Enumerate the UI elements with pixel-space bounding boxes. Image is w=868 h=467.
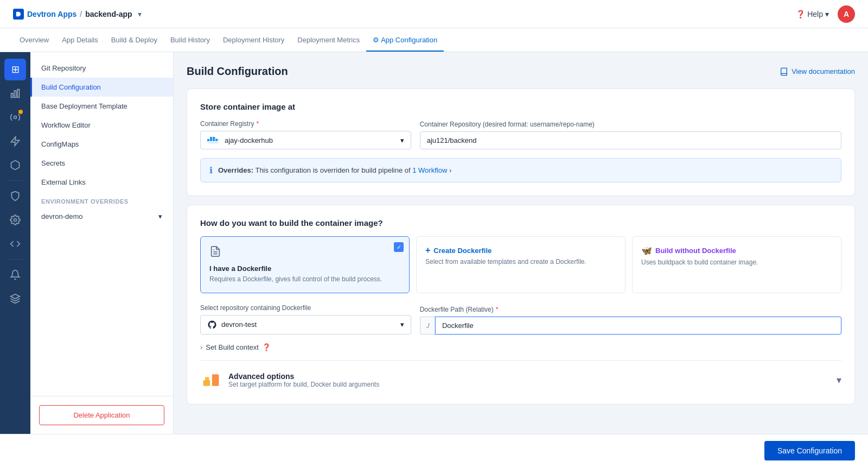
sidebar-env-item[interactable]: devron-demo ▾ — [30, 207, 173, 226]
breadcrumb: Devtron Apps / backend-app ▾ — [13, 9, 142, 20]
tab-deployment-history[interactable]: Deployment History — [216, 36, 291, 52]
store-container-card: Store container image at Container Regis… — [187, 89, 855, 196]
registry-select[interactable]: ajay-dockerhub ▾ — [200, 131, 411, 149]
notification-dot — [18, 110, 23, 114]
sidebar-item-configmaps[interactable]: ConfigMaps — [30, 135, 173, 154]
content-area: Build Configuration View documentation S… — [174, 52, 868, 434]
advanced-options-icon — [200, 369, 222, 391]
book-icon — [780, 67, 788, 76]
chart-icon[interactable] — [4, 83, 26, 104]
tab-overview[interactable]: Overview — [13, 36, 55, 52]
stack-icon[interactable] — [4, 288, 26, 310]
save-bar: Save Configuration — [0, 434, 868, 467]
selected-check-icon: ✓ — [394, 242, 404, 252]
svg-rect-2 — [14, 91, 16, 98]
nav-tabs: Overview App Details Build & Deploy Buil… — [0, 28, 868, 52]
breadcrumb-dropdown-icon[interactable]: ▾ — [138, 10, 142, 18]
sidebar-menu: Git Repository Build Configuration Base … — [30, 52, 173, 396]
help-chevron-icon: ▾ — [825, 10, 829, 18]
icon-bar: ⊞ — [0, 52, 30, 434]
svg-rect-9 — [210, 139, 212, 141]
dockerfile-repo-dropdown-icon: ▾ — [400, 320, 404, 329]
dockerfile-option-title: I have a Dockerfile — [209, 264, 400, 273]
repo-group: Container Repository (desired format: us… — [420, 121, 841, 149]
advanced-graphic-icon — [201, 370, 221, 390]
question-circle-icon: ❓ — [262, 343, 271, 351]
dockerfile-repo-select[interactable]: devron-test ▾ — [200, 315, 411, 335]
header-right: ❓ Help ▾ A — [796, 5, 855, 23]
dockerfile-path-group: Dockerfile Path (Relative) * ./ — [420, 306, 841, 335]
top-header: Devtron Apps / backend-app ▾ ❓ Help ▾ A — [0, 0, 868, 28]
sidebar-item-build-configuration[interactable]: Build Configuration — [30, 78, 173, 97]
tab-build-history[interactable]: Build History — [164, 36, 216, 52]
repo-input[interactable] — [420, 131, 841, 149]
build-context-label: Set Build context — [206, 343, 259, 351]
registry-label: Container Registry * — [200, 120, 411, 128]
view-documentation-link[interactable]: View documentation — [780, 67, 855, 76]
sidebar-item-secrets[interactable]: Secrets — [30, 154, 173, 173]
env-icon[interactable] — [4, 106, 26, 128]
path-prefix: ./ — [420, 317, 435, 335]
env-overrides-label: ENVIRONMENT OVERRIDES — [30, 192, 173, 207]
security-icon[interactable] — [4, 185, 26, 207]
buildpack-title: 🦋 Build without Dockerfile — [641, 245, 832, 256]
page-title: Build Configuration — [187, 65, 288, 78]
save-configuration-button[interactable]: Save Configuration — [764, 441, 855, 460]
ci-icon[interactable] — [4, 130, 26, 152]
sidebar-bottom: Delete Application — [30, 396, 173, 434]
sidebar-item-external-links[interactable]: External Links — [30, 173, 173, 192]
svg-rect-10 — [213, 139, 215, 141]
build-option-buildpack[interactable]: 🦋 Build without Dockerfile Uses buildpac… — [632, 236, 841, 293]
dockerfile-icon — [209, 245, 400, 260]
svg-rect-17 — [212, 374, 219, 386]
page-title-row: Build Configuration View documentation — [187, 65, 855, 78]
avatar[interactable]: A — [838, 5, 855, 23]
svg-rect-18 — [205, 377, 209, 380]
chevron-right-icon: › — [200, 343, 202, 351]
delete-application-button[interactable]: Delete Application — [39, 405, 164, 425]
code-icon[interactable] — [4, 233, 26, 255]
gear-icon: ⚙ — [373, 36, 379, 44]
svg-rect-1 — [11, 93, 13, 98]
sidebar: Git Repository Build Configuration Base … — [30, 52, 174, 434]
dockerfile-repo-label: Select repository containing Dockerfile — [200, 304, 411, 312]
create-dockerfile-desc: Select from available templates and crea… — [425, 257, 616, 267]
registry-required: * — [256, 120, 259, 128]
svg-point-6 — [14, 219, 17, 222]
dockerfile-repo-group: Select repository containing Dockerfile … — [200, 304, 411, 335]
info-icon: ℹ — [209, 165, 213, 175]
build-option-create-dockerfile[interactable]: + Create Dockerfile Select from availabl… — [416, 236, 626, 293]
sidebar-item-git-repository[interactable]: Git Repository — [30, 59, 173, 78]
registry-group: Container Registry * — [200, 120, 411, 149]
svg-rect-8 — [207, 139, 209, 141]
advanced-section: Advanced options Set target platform for… — [200, 360, 841, 391]
tab-deployment-metrics[interactable]: Deployment Metrics — [291, 36, 366, 52]
notify-icon[interactable] — [4, 264, 26, 286]
dockerfile-path-label: Dockerfile Path (Relative) * — [420, 306, 841, 313]
tab-build-deploy[interactable]: Build & Deploy — [105, 36, 164, 52]
deploy-icon[interactable] — [4, 154, 26, 176]
set-build-context[interactable]: › Set Build context ❓ — [200, 343, 841, 351]
help-button[interactable]: ❓ Help ▾ — [796, 10, 829, 18]
env-item-label: devron-demo — [41, 212, 83, 220]
settings-icon[interactable] — [4, 209, 26, 231]
workflow-link[interactable]: 1 Workflow — [412, 166, 447, 174]
plus-icon: + — [425, 245, 430, 255]
tab-app-configuration[interactable]: ⚙ App Configuration — [366, 36, 444, 52]
dockerfile-path-input-row: ./ — [420, 317, 841, 335]
help-circle-icon: ❓ — [796, 10, 805, 18]
advanced-options: Advanced options Set target platform for… — [200, 369, 841, 391]
advanced-title: Advanced options — [228, 372, 830, 381]
apps-icon[interactable]: ⊞ — [4, 59, 26, 80]
breadcrumb-devtron[interactable]: Devtron Apps — [27, 10, 76, 18]
overrides-text: This configuration is overriden for buil… — [255, 166, 412, 174]
sidebar-item-base-deployment-template[interactable]: Base Deployment Template — [30, 97, 173, 116]
build-option-dockerfile[interactable]: ✓ I have a Dockerfile Requires a Dockerf… — [200, 236, 410, 293]
dockerfile-path-input[interactable] — [435, 317, 841, 335]
svg-rect-16 — [203, 380, 210, 386]
tab-app-details[interactable]: App Details — [55, 36, 104, 52]
svg-marker-7 — [11, 294, 20, 299]
advanced-toggle-button[interactable]: ▾ — [837, 374, 841, 386]
sidebar-item-workflow-editor[interactable]: Workflow Editor — [30, 116, 173, 135]
create-dockerfile-title: + Create Dockerfile — [425, 245, 616, 255]
